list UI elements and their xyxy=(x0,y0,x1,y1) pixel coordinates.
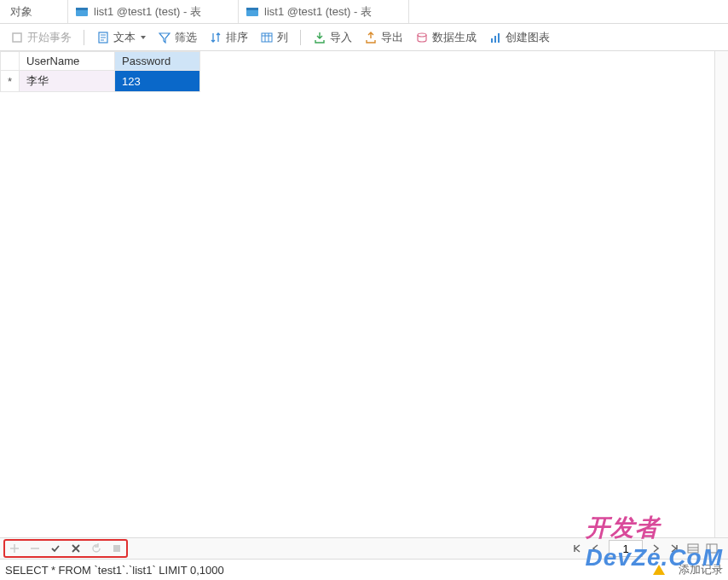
filter-icon xyxy=(158,31,171,44)
tab-empty xyxy=(409,0,728,23)
table-row[interactable]: * 李华 123 xyxy=(1,71,200,92)
svg-rect-4 xyxy=(13,33,21,42)
row-indicator-header xyxy=(1,52,20,71)
export-button[interactable]: 导出 xyxy=(359,27,408,48)
begin-transaction-label: 开始事务 xyxy=(27,30,72,45)
data-grid-area: UserName Password * 李华 123 xyxy=(0,51,728,537)
highlight-box xyxy=(3,539,128,558)
columns-label: 列 xyxy=(277,30,288,45)
transaction-icon xyxy=(10,31,24,44)
pagination xyxy=(571,540,718,557)
delete-record-button[interactable] xyxy=(29,542,41,554)
tab-objects-label: 对象 xyxy=(10,4,32,20)
import-label: 导入 xyxy=(330,30,352,45)
tab-objects[interactable]: 对象 xyxy=(0,0,68,23)
filter-label: 筛选 xyxy=(175,30,197,45)
text-icon xyxy=(96,31,110,44)
data-gen-button[interactable]: 数据生成 xyxy=(410,27,482,48)
cell-password[interactable]: 123 xyxy=(115,71,200,92)
column-header-username[interactable]: UserName xyxy=(20,52,115,71)
refresh-button[interactable] xyxy=(90,542,102,554)
last-page-button[interactable] xyxy=(668,542,680,554)
svg-rect-15 xyxy=(494,36,496,43)
export-icon xyxy=(364,31,378,44)
sort-button[interactable]: 排序 xyxy=(204,27,253,48)
columns-button[interactable]: 列 xyxy=(255,27,293,48)
table-icon xyxy=(75,5,89,19)
data-grid[interactable]: UserName Password * 李华 123 xyxy=(0,51,200,92)
vertical-scrollbar[interactable] xyxy=(714,51,728,537)
toolbar-separator xyxy=(84,30,84,45)
status-bar: SELECT * FROM `test1`.`list1` LIMIT 0,10… xyxy=(0,560,728,580)
svg-rect-21 xyxy=(707,544,717,553)
form-view-icon[interactable] xyxy=(706,542,718,554)
stop-button[interactable] xyxy=(111,542,123,554)
dropdown-caret-icon xyxy=(141,36,146,39)
svg-rect-17 xyxy=(113,545,120,552)
svg-rect-18 xyxy=(688,544,698,553)
import-icon xyxy=(313,31,326,44)
tab-2-label: list1 @test1 (test) - 表 xyxy=(264,4,372,20)
begin-transaction-button[interactable]: 开始事务 xyxy=(5,27,77,48)
tab-table-2[interactable]: list1 @test1 (test) - 表 xyxy=(239,0,409,23)
export-label: 导出 xyxy=(381,30,403,45)
prev-page-button[interactable] xyxy=(590,542,602,554)
toolbar-separator xyxy=(300,30,301,45)
text-button[interactable]: 文本 xyxy=(91,27,151,48)
next-page-button[interactable] xyxy=(650,542,662,554)
column-header-password[interactable]: Password xyxy=(115,52,200,71)
record-action-bar xyxy=(0,537,728,560)
tab-table-1[interactable]: list1 @test1 (test) - 表 xyxy=(68,0,239,23)
svg-point-13 xyxy=(418,33,426,37)
columns-icon xyxy=(260,31,274,44)
sort-label: 排序 xyxy=(226,30,248,45)
svg-rect-3 xyxy=(246,8,258,10)
create-chart-label: 创建图表 xyxy=(506,30,550,45)
import-button[interactable]: 导入 xyxy=(308,27,357,48)
svg-rect-14 xyxy=(491,38,493,43)
svg-rect-16 xyxy=(498,33,500,43)
warning-icon[interactable] xyxy=(653,565,665,575)
first-page-button[interactable] xyxy=(571,542,583,554)
add-record-button[interactable] xyxy=(9,542,20,554)
svg-rect-1 xyxy=(76,8,88,10)
apply-changes-button[interactable] xyxy=(49,542,61,554)
page-input[interactable] xyxy=(609,540,643,557)
discard-changes-button[interactable] xyxy=(70,542,82,554)
text-label: 文本 xyxy=(113,30,136,45)
table-icon xyxy=(246,5,259,19)
create-chart-button[interactable]: 创建图表 xyxy=(483,27,555,48)
sort-icon xyxy=(209,31,222,44)
cell-username[interactable]: 李华 xyxy=(20,71,115,92)
grid-view-icon[interactable] xyxy=(687,542,699,554)
chart-icon xyxy=(488,31,502,44)
toolbar: 开始事务 文本 筛选 排序 列 导入 导出 xyxy=(0,24,728,51)
svg-rect-9 xyxy=(262,33,272,42)
data-gen-label: 数据生成 xyxy=(432,30,477,45)
data-gen-icon xyxy=(415,31,429,44)
add-record-hint: 添加记录 xyxy=(679,562,723,577)
header-row: UserName Password xyxy=(1,52,200,71)
row-indicator: * xyxy=(1,71,20,92)
tab-bar: 对象 list1 @test1 (test) - 表 list1 @test1 … xyxy=(0,0,728,24)
filter-button[interactable]: 筛选 xyxy=(153,27,202,48)
tab-1-label: list1 @test1 (test) - 表 xyxy=(94,4,201,20)
status-sql: SELECT * FROM `test1`.`list1` LIMIT 0,10… xyxy=(5,564,224,577)
